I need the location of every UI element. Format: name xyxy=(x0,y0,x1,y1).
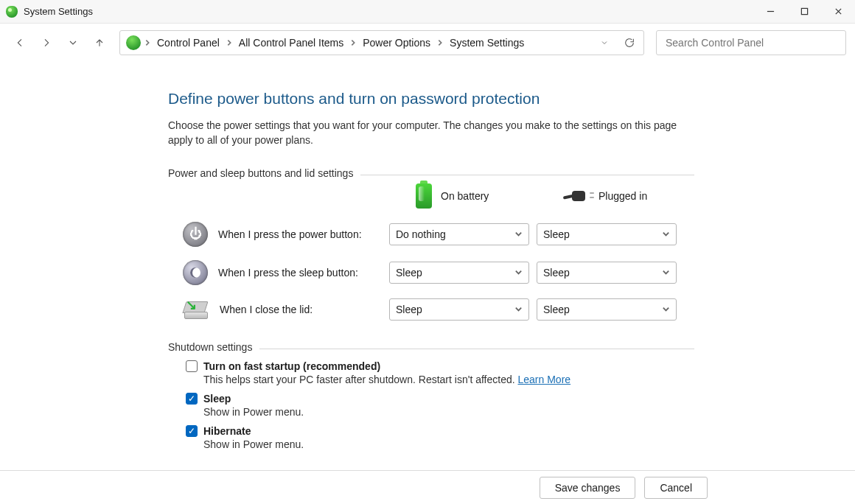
lid-icon: ↘ xyxy=(183,300,209,319)
close-button[interactable] xyxy=(821,0,855,24)
toolbar: Control Panel All Control Panel Items Po… xyxy=(0,24,855,62)
breadcrumb-item[interactable]: System Settings xyxy=(447,37,527,49)
content-area: Define power buttons and turn on passwor… xyxy=(0,62,855,470)
page-description: Choose the power settings that you want … xyxy=(168,118,684,148)
battery-icon xyxy=(416,183,432,209)
cancel-button[interactable]: Cancel xyxy=(644,477,708,499)
sleep-item: Sleep Show in Power menu. xyxy=(186,393,694,418)
window-title: System Settings xyxy=(24,6,93,17)
sleep-subtext: Show in Power menu. xyxy=(203,406,694,418)
chevron-down-icon xyxy=(514,230,523,238)
close-lid-row-label: ↘ When I close the lid: xyxy=(168,300,389,319)
chevron-right-icon[interactable] xyxy=(349,39,357,46)
fast-startup-checkbox[interactable] xyxy=(186,360,198,372)
chevron-down-icon xyxy=(662,230,670,238)
sleep-button-battery-select[interactable]: Sleep xyxy=(389,262,529,284)
shutdown-settings-group: Shutdown settings Turn on fast startup (… xyxy=(168,341,694,450)
address-dropdown-button[interactable] xyxy=(593,32,615,54)
sleep-button-icon xyxy=(183,260,208,285)
fast-startup-title: Turn on fast startup (recommended) xyxy=(203,360,380,372)
page-title: Define power buttons and turn on passwor… xyxy=(168,90,694,108)
hibernate-item: Hibernate Show in Power menu. xyxy=(186,425,694,450)
chevron-right-icon[interactable] xyxy=(144,39,151,46)
footer: Save changes Cancel xyxy=(0,470,855,504)
breadcrumb-item[interactable]: Power Options xyxy=(360,37,433,49)
chevron-right-icon[interactable] xyxy=(226,39,233,46)
hibernate-subtext: Show in Power menu. xyxy=(203,438,694,450)
title-bar: System Settings xyxy=(0,0,855,24)
app-icon xyxy=(6,6,18,18)
chevron-down-icon xyxy=(514,268,523,276)
learn-more-link[interactable]: Learn More xyxy=(518,374,571,385)
chevron-down-icon xyxy=(662,305,670,313)
sleep-button-row-label: When I press the sleep button: xyxy=(168,260,389,285)
on-battery-label: On battery xyxy=(441,190,489,202)
minimize-button[interactable] xyxy=(753,0,787,24)
search-input[interactable] xyxy=(664,36,838,49)
on-battery-header: On battery xyxy=(389,183,537,209)
hibernate-title: Hibernate xyxy=(203,425,251,437)
power-button-icon xyxy=(183,222,208,247)
sleep-button-plugged-select[interactable]: Sleep xyxy=(537,262,677,284)
close-lid-plugged-select[interactable]: Sleep xyxy=(537,298,677,321)
group-legend: Power and sleep buttons and lid settings xyxy=(168,167,360,179)
back-button[interactable] xyxy=(9,32,31,54)
close-lid-battery-select[interactable]: Sleep xyxy=(389,298,529,321)
svg-rect-1 xyxy=(801,8,807,14)
hibernate-checkbox[interactable] xyxy=(186,425,198,437)
fast-startup-item: Turn on fast startup (recommended) This … xyxy=(186,360,694,385)
breadcrumb-item[interactable]: All Control Panel Items xyxy=(236,37,346,49)
chevron-right-icon[interactable] xyxy=(436,39,444,46)
recent-locations-button[interactable] xyxy=(62,32,84,54)
chevron-down-icon xyxy=(662,268,670,276)
refresh-button[interactable] xyxy=(618,32,641,54)
up-button[interactable] xyxy=(88,32,111,54)
search-box[interactable] xyxy=(656,30,846,55)
power-sleep-lid-group: Power and sleep buttons and lid settings… xyxy=(168,167,694,321)
power-button-battery-select[interactable]: Do nothing xyxy=(389,223,529,245)
plugged-in-header: Plugged in xyxy=(537,189,684,203)
plugged-in-label: Plugged in xyxy=(598,190,647,202)
forward-button[interactable] xyxy=(35,32,57,54)
address-bar[interactable]: Control Panel All Control Panel Items Po… xyxy=(119,30,644,55)
breadcrumb-item[interactable]: Control Panel xyxy=(154,37,223,49)
power-button-plugged-select[interactable]: Sleep xyxy=(537,223,677,245)
power-button-row-label: When I press the power button: xyxy=(168,222,389,247)
fast-startup-subtext: This helps start your PC faster after sh… xyxy=(203,374,518,385)
control-panel-icon xyxy=(126,35,141,50)
sleep-title: Sleep xyxy=(203,393,231,405)
plug-icon xyxy=(563,189,590,203)
save-button[interactable]: Save changes xyxy=(540,477,636,499)
maximize-button[interactable] xyxy=(787,0,821,24)
group-legend: Shutdown settings xyxy=(168,341,259,353)
sleep-checkbox[interactable] xyxy=(186,393,198,405)
chevron-down-icon xyxy=(514,305,523,313)
